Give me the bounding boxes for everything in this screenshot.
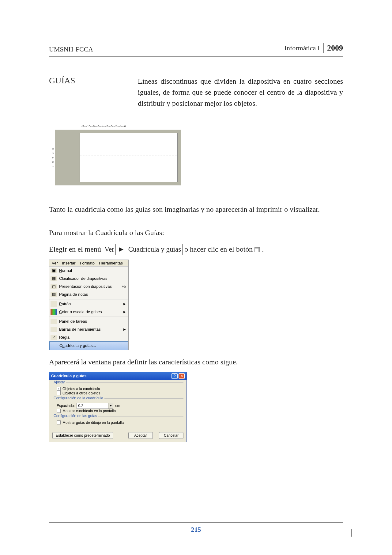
espaciado-value: 0.2 [78,404,83,408]
slide-rect [80,133,178,182]
blank-icon [51,327,57,332]
row-mostrar-guias: Mostrar guías de dibujo en la pantalla [57,420,183,425]
slideshow-icon: ▢ [51,284,57,289]
menu-item-notas[interactable]: ▤ Página de notas [49,291,128,298]
menubar-formato[interactable]: Formato [80,261,95,265]
espaciado-select[interactable]: 0.2 ▼ [77,403,113,409]
dropdown-icon: ▼ [108,403,113,409]
fieldset-ajustar: Ajustar ✓ Objetos a la cuadrícula Objeto… [52,382,183,395]
ver-menu-figure: Ver Insertar Formato Herramientas ▣ Norm… [49,260,129,350]
submenu-arrow-icon: ▶ [123,302,126,306]
menubar-insertar[interactable]: Insertar [62,261,76,265]
row-objetos-cuadricula: ✓ Objetos a la cuadrícula [57,387,183,391]
header-year: 2009 [327,44,343,53]
legend-config-guias: Configuración de las guías [52,414,98,418]
menu-item-patron[interactable]: Patrón ▶ [49,300,128,308]
ruler-vertical: ···0·····2·····4·····6·····8··· [49,130,55,185]
menu-dropdown: ▣ Normal ▦ Clasificador de diapositivas … [49,267,128,350]
dialog-body: Ajustar ✓ Objetos a la cuadrícula Objeto… [49,380,187,430]
menu-separator [49,317,128,317]
menu-item-color[interactable]: Color o escala de grises ▶ [49,308,128,316]
inline-dot: . [262,245,264,253]
fieldset-config-guias: Configuración de las guías Mostrar guías… [52,416,183,425]
normal-view-icon: ▣ [51,268,57,273]
menu-item-barras[interactable]: Barras de herramientas ▶ [49,325,128,333]
menu-item-presentacion[interactable]: ▢ Presentación con diapositivas F5 [49,283,128,291]
inline-arrow: ► [118,245,125,253]
label-objetos-cuadricula: Objetos a la cuadrícula [62,387,100,391]
page-number: 215 [49,526,343,534]
paragraph-mostrar: Para mostrar la Cuadrícula o las Guías: [49,227,343,238]
label-mostrar-guias: Mostrar guías de dibujo en la pantalla [62,420,124,425]
header-left: UMSNH-FCCA [49,45,93,53]
sorter-icon: ▦ [51,276,57,281]
checkbox-mostrar-guias[interactable] [57,420,61,424]
guide-vertical [114,133,114,182]
close-button[interactable]: × [179,373,185,379]
color-icon [51,309,57,315]
label-espaciado: Espaciado: [57,404,75,408]
menu-item-panel[interactable]: Panel de tareas [49,317,128,325]
slide-guides-figure: ·12·····10·····8·····6·····4·····2·····0… [49,124,181,185]
menu-bar: Ver Insertar Formato Herramientas [49,260,128,267]
menu-item-clasificador[interactable]: ▦ Clasificador de diapositivas [49,275,128,283]
guide-horizontal [80,155,177,155]
paragraph-aparecera: Aparecerá la ventana para definir las ca… [49,356,343,367]
checkbox-objetos-cuadricula[interactable]: ✓ [57,387,61,391]
dialog-button-row: Establecer como predeterminado Aceptar C… [49,430,187,442]
page-footer: 215 [49,522,343,534]
menubar-herramientas[interactable]: Herramientas [99,261,123,265]
header-course: Informática I [285,44,320,52]
menu-ver-box: Ver [103,244,116,255]
paragraph-imaginarias: Tanto la cuadrícula como las guías son i… [49,204,343,215]
menu-cuadricula-box: Cuadrícula y guías [127,244,183,255]
grid-guides-dialog: Cuadrícula y guías ? × Ajustar ✓ Objetos… [49,372,187,442]
fieldset-config-cuadricula: Configuración de la cuadrícula Espaciado… [52,398,183,413]
blank-icon [51,319,57,324]
btn-aceptar[interactable]: Aceptar [128,432,153,439]
row-objetos-otros: Objetos a otros objetos [57,391,183,395]
paragraph-inline: Elegir en el menú Ver ► Cuadrícula y guí… [49,244,343,255]
blank-icon [51,343,58,348]
page: UMSNH-FCCA Informática I 2009 GUÍAS Líne… [0,0,392,555]
menu-item-cuadricula-guias[interactable]: Cuadrícula y guías... [49,341,128,350]
footer-rule [49,522,343,523]
inline-pre: Elegir en el menú [49,245,103,253]
legend-config-cuad: Configuración de la cuadrícula [52,396,104,400]
grid-icon [254,247,260,252]
blank-icon [51,301,57,307]
notes-icon: ▤ [51,292,57,297]
legend-ajustar: Ajustar [52,380,66,384]
checkbox-mostrar-cuad[interactable] [57,409,61,413]
check-icon [51,335,57,340]
submenu-arrow-icon: ▶ [123,310,126,314]
shortcut-f5: F5 [122,284,126,289]
row-mostrar-cuad: Mostrar cuadrícula en la pantalla [57,409,183,413]
menu-item-regla[interactable]: Regla [49,333,128,341]
ruler-horizontal: ·12·····10·····8·····6·····4·····2·····0… [80,124,181,130]
guias-title: GUÍAS [49,76,126,109]
submenu-arrow-icon: ▶ [123,328,126,331]
titlebar-buttons: ? × [172,373,185,379]
header-divider [323,43,324,53]
menu-separator [49,299,128,299]
guias-paragraph: Líneas discontinuas que dividen la diapo… [138,76,343,109]
menu-item-normal[interactable]: ▣ Normal [49,267,128,275]
label-mostrar-cuad: Mostrar cuadrícula en la pantalla [62,409,116,413]
label-cm: cm [115,404,120,408]
inline-post: o hacer clic en el botón [184,245,254,253]
header-right: Informática I 2009 [285,43,343,53]
btn-establecer-predeterminado[interactable]: Establecer como predeterminado [52,432,113,439]
btn-cancelar[interactable]: Cancelar [159,432,183,439]
page-header: UMSNH-FCCA Informática I 2009 [49,43,343,57]
label-objetos-otros: Objetos a otros objetos [62,391,100,395]
footer-tick [351,529,352,537]
dialog-titlebar: Cuadrícula y guías ? × [49,372,187,380]
menubar-ver[interactable]: Ver [52,261,58,265]
dialog-title-text: Cuadrícula y guías [51,374,87,378]
checkbox-objetos-otros[interactable] [57,391,61,395]
guias-section: GUÍAS Líneas discontinuas que dividen la… [49,76,343,109]
help-button[interactable]: ? [172,373,178,379]
slide-pane-bg [55,130,181,185]
row-espaciado: Espaciado: 0.2 ▼ cm [57,403,183,409]
